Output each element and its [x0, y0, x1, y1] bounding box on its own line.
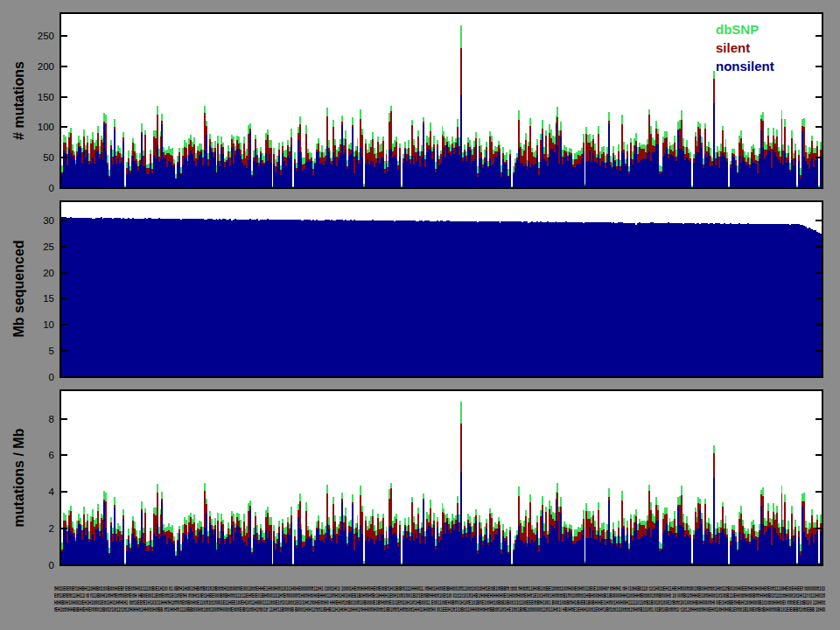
svg-text:0: 0	[49, 183, 54, 193]
svg-text:dbSNP: dbSNP	[716, 22, 759, 37]
svg-text:5: 5	[49, 346, 54, 356]
svg-text:4: 4	[49, 486, 55, 497]
svg-text:0: 0	[49, 372, 54, 382]
svg-text:# mutations: # mutations	[11, 61, 26, 140]
svg-text:fEH1ttfItHHBlBHIEHlElflIflIt1t: fEH1ttfItHHBlBHIEHlElflIflIt1tBtII1f1lIt…	[54, 606, 825, 613]
svg-text:150: 150	[38, 92, 54, 102]
svg-text:250: 250	[38, 31, 54, 41]
svg-text:silent: silent	[716, 40, 750, 55]
svg-text:50: 50	[43, 152, 54, 163]
svg-text:2: 2	[49, 523, 54, 534]
svg-text:30: 30	[43, 215, 54, 226]
svg-text:nonsilent: nonsilent	[716, 59, 774, 74]
svg-text:10: 10	[43, 319, 54, 330]
svg-text:0: 0	[49, 560, 54, 570]
svg-text:25: 25	[43, 242, 54, 252]
svg-text:6: 6	[49, 450, 54, 460]
svg-text:mutations / Mb: mutations / Mb	[11, 428, 26, 527]
svg-text:200: 200	[38, 61, 54, 72]
svg-text:8: 8	[49, 414, 54, 424]
svg-text:100: 100	[38, 122, 54, 132]
svg-text:Mb sequenced: Mb sequenced	[11, 240, 26, 337]
svg-text:20: 20	[43, 268, 54, 278]
svg-text:15: 15	[43, 293, 54, 304]
